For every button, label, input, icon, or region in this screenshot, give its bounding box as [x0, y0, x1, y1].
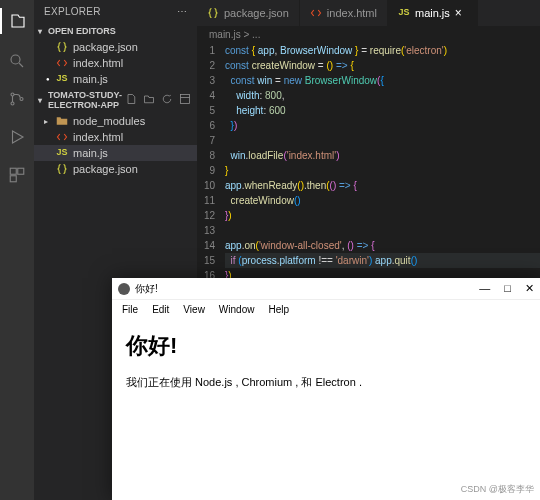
editor-tab[interactable]: package.json: [197, 0, 300, 26]
app-body-text: 我们正在使用 Node.js , Chromium , 和 Electron .: [126, 375, 526, 390]
svg-rect-7: [181, 95, 190, 104]
svg-rect-6: [10, 176, 16, 182]
menu-item[interactable]: Window: [213, 302, 261, 317]
svg-point-1: [11, 93, 14, 96]
breadcrumb[interactable]: main.js > ...: [197, 26, 540, 43]
collapse-icon[interactable]: [179, 93, 191, 107]
new-folder-icon[interactable]: [143, 93, 155, 107]
menu-item[interactable]: File: [116, 302, 144, 317]
watermark: CSDN @极客李华: [461, 483, 534, 496]
refresh-icon[interactable]: [161, 93, 173, 107]
maximize-button[interactable]: □: [504, 282, 511, 295]
activity-explorer[interactable]: [0, 8, 34, 34]
menu-item[interactable]: Edit: [146, 302, 175, 317]
explorer-title: EXPLORER: [44, 6, 101, 17]
tree-item[interactable]: ▸node_modules: [34, 113, 197, 129]
electron-app-window: 你好! — □ ✕ FileEditViewWindowHelp 你好! 我们正…: [112, 278, 540, 500]
editor-tab[interactable]: index.html: [300, 0, 388, 26]
svg-point-2: [11, 102, 14, 105]
open-editor-item[interactable]: package.json: [34, 39, 197, 55]
tabs: package.jsonindex.htmlJSmain.js×: [197, 0, 540, 26]
open-editor-item[interactable]: JSmain.js: [34, 71, 197, 87]
activity-extensions[interactable]: [8, 166, 26, 186]
close-button[interactable]: ✕: [525, 282, 534, 295]
menu-item[interactable]: View: [177, 302, 211, 317]
app-menubar: FileEditViewWindowHelp: [112, 300, 540, 319]
svg-rect-4: [10, 168, 16, 174]
app-heading: 你好!: [126, 331, 526, 361]
svg-point-0: [11, 55, 20, 64]
new-file-icon[interactable]: [125, 93, 137, 107]
app-title: 你好!: [135, 282, 158, 296]
close-icon[interactable]: ×: [455, 6, 467, 20]
tree-item[interactable]: JSmain.js: [34, 145, 197, 161]
project-header[interactable]: TOMATO-STUDY-ELECTRON-APP: [34, 87, 197, 113]
tree-item[interactable]: package.json: [34, 161, 197, 177]
activity-debug[interactable]: [8, 128, 26, 148]
activity-scm[interactable]: [8, 90, 26, 110]
menu-item[interactable]: Help: [262, 302, 295, 317]
editor-tab[interactable]: JSmain.js×: [388, 0, 478, 26]
tree-item[interactable]: index.html: [34, 129, 197, 145]
open-editors-header[interactable]: OPEN EDITORS: [34, 23, 197, 39]
code-editor[interactable]: 12345678910111213141516 const { app, Bro…: [197, 43, 540, 283]
app-icon: [118, 283, 130, 295]
activity-search[interactable]: [8, 52, 26, 72]
open-editor-item[interactable]: index.html: [34, 55, 197, 71]
svg-rect-5: [18, 168, 24, 174]
minimize-button[interactable]: —: [479, 282, 490, 295]
app-titlebar[interactable]: 你好! — □ ✕: [112, 278, 540, 300]
activity-bar: [0, 0, 34, 500]
more-icon[interactable]: ⋯: [177, 6, 187, 17]
svg-point-3: [20, 98, 23, 101]
